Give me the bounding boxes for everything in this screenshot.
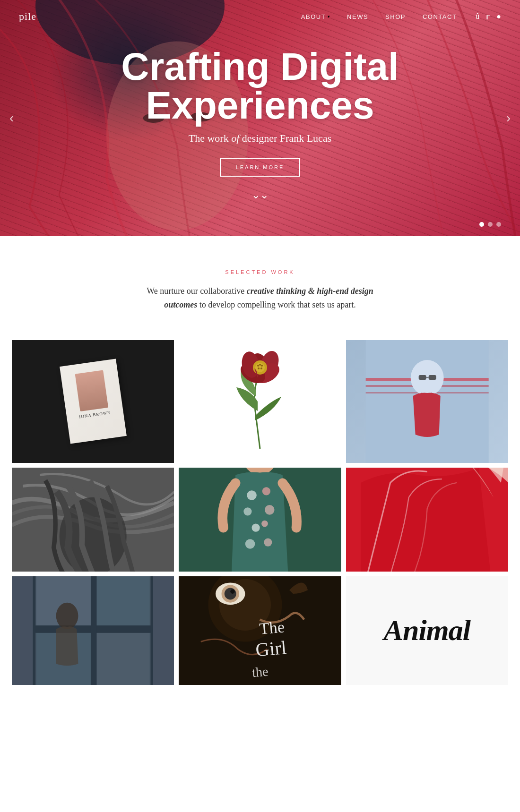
hero-dot-2[interactable]: [488, 222, 493, 227]
svg-rect-44: [95, 633, 149, 684]
svg-rect-42: [95, 576, 149, 629]
svg-point-20: [410, 360, 443, 396]
svg-point-33: [265, 505, 275, 515]
svg-point-15: [260, 368, 262, 369]
svg-point-13: [259, 364, 261, 366]
flower-svg: [213, 345, 307, 458]
hero-prev-button[interactable]: ‹: [0, 111, 23, 126]
selected-work-section: SELECTED WORK We nurture our collaborati…: [0, 236, 520, 321]
girl-bull-svg: The Girl the: [179, 576, 341, 685]
nav-link-news[interactable]: NEWS: [347, 13, 368, 20]
fashion-image: [179, 468, 341, 572]
portfolio-item-girl-bull[interactable]: The Girl the: [179, 576, 341, 685]
instagram-icon[interactable]: ●: [496, 12, 501, 21]
svg-point-31: [262, 487, 270, 495]
svg-point-12: [261, 365, 263, 367]
nav-item-contact[interactable]: CONTACT: [423, 12, 457, 21]
person-red-image: [346, 340, 508, 463]
svg-point-47: [56, 602, 78, 629]
hero-dots: [479, 222, 501, 227]
svg-point-54: [231, 589, 235, 593]
hero-next-button[interactable]: ›: [497, 111, 520, 126]
svg-point-11: [257, 365, 259, 367]
svg-point-35: [261, 520, 268, 527]
fashion-svg: [179, 468, 341, 572]
girl-bull-image: The Girl the: [179, 576, 341, 685]
svg-text:the: the: [251, 664, 269, 680]
scroll-down-arrow: ⌄⌄: [0, 190, 520, 201]
hero-dot-3[interactable]: [496, 222, 501, 227]
social-links: û 𝕣 ●: [476, 12, 501, 21]
portfolio-item-flower[interactable]: [179, 340, 341, 463]
svg-rect-46: [91, 576, 96, 685]
nav-item-about[interactable]: ABOUT ▾: [301, 12, 330, 21]
svg-point-14: [258, 368, 260, 369]
animal-text: Animal: [384, 614, 471, 647]
svg-rect-21: [418, 375, 426, 380]
svg-point-34: [252, 523, 260, 531]
twitter-icon[interactable]: 𝕣: [486, 12, 490, 21]
red-paper-svg: [346, 468, 508, 572]
site-logo[interactable]: pile: [19, 10, 36, 23]
hero-title: Crafting Digital Experiences: [0, 47, 520, 125]
svg-point-30: [247, 490, 257, 500]
chevron-down-icon: ⌄⌄: [251, 189, 269, 201]
nav-link-shop[interactable]: SHOP: [385, 13, 406, 20]
nav-item-shop[interactable]: SHOP: [385, 12, 406, 21]
svg-rect-22: [428, 375, 436, 380]
portfolio-item-fashion[interactable]: [179, 468, 341, 572]
nav-item-news[interactable]: NEWS: [347, 12, 368, 21]
bw-hair-image: [12, 468, 174, 572]
chevron-down-icon: ▾: [328, 14, 330, 19]
svg-text:The: The: [259, 617, 285, 638]
navigation: pile ABOUT ▾ NEWS SHOP CONTACT û 𝕣 ●: [0, 0, 520, 33]
bw-hair-svg: [12, 468, 174, 572]
hero-subtitle: The work of designer Frank Lucas: [0, 132, 520, 145]
svg-point-36: [245, 539, 255, 549]
portfolio-item-red-paper[interactable]: [346, 468, 508, 572]
portfolio-item-person-red[interactable]: [346, 340, 508, 463]
nav-link-contact[interactable]: CONTACT: [423, 13, 457, 20]
svg-point-37: [264, 538, 272, 546]
window-image: [12, 576, 174, 685]
learn-more-button[interactable]: LEARN MORE: [220, 158, 301, 177]
window-svg: [12, 576, 174, 685]
nav-links: ABOUT ▾ NEWS SHOP CONTACT: [301, 12, 457, 21]
portfolio-item-window[interactable]: [12, 576, 174, 685]
svg-point-32: [244, 507, 252, 515]
hero-dot-1[interactable]: [479, 222, 484, 227]
svg-text:Girl: Girl: [255, 637, 287, 661]
animal-image: Animal: [346, 576, 508, 685]
section-label: SELECTED WORK: [19, 269, 501, 275]
nav-link-about[interactable]: ABOUT: [301, 13, 326, 20]
facebook-icon[interactable]: û: [476, 12, 479, 21]
portfolio-item-bw-hair[interactable]: [12, 468, 174, 572]
magazine-card: IONA BROWN: [60, 359, 127, 444]
portfolio-item-animal[interactable]: Animal: [346, 576, 508, 685]
magazine-image: IONA BROWN: [12, 340, 174, 463]
red-paper-image: [346, 468, 508, 572]
fence-svg: [346, 340, 508, 463]
portfolio-item-magazine[interactable]: IONA BROWN: [12, 340, 174, 463]
section-description: We nurture our collaborative creative th…: [142, 284, 378, 312]
svg-point-53: [225, 588, 236, 599]
portfolio-grid: IONA BROWN: [0, 321, 520, 704]
magazine-title: IONA BROWN: [78, 410, 111, 419]
magazine-face: [75, 370, 108, 412]
hero-section: Crafting Digital Experiences The work of…: [0, 0, 520, 236]
